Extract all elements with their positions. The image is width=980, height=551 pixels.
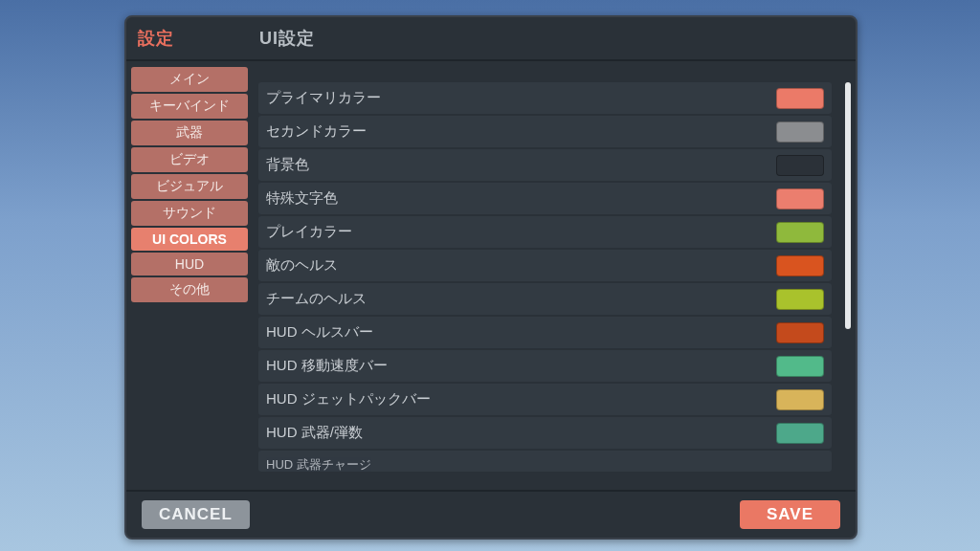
color-row-hud-weapon-charge: HUD 武器チャージ (258, 451, 832, 472)
sidebar-item-label: キーバインド (149, 98, 230, 113)
panel-title: UI設定 (248, 17, 856, 59)
color-row-label: 敵のヘルス (266, 256, 776, 275)
color-settings-list: プライマリカラー セカンドカラー 背景色 特殊文字色 プレイカラー (253, 61, 843, 490)
color-swatch[interactable] (776, 389, 824, 410)
cancel-button[interactable]: CANCEL (142, 500, 250, 529)
color-row-team-health: チームのヘルス (258, 283, 832, 315)
color-row-label: セカンドカラー (266, 122, 776, 141)
sidebar-item-weapons[interactable]: 武器 (131, 121, 248, 145)
color-swatch[interactable] (776, 322, 824, 343)
settings-footer: CANCEL SAVE (126, 490, 856, 538)
color-row-hud-health-bar: HUD ヘルスバー (258, 317, 832, 348)
color-row-secondary: セカンドカラー (258, 116, 832, 147)
color-swatch[interactable] (776, 356, 824, 377)
settings-sidebar: メイン キーバインド 武器 ビデオ ビジュアル サウンド UI COLORS H… (126, 61, 253, 490)
color-row-label: プライマリカラー (266, 89, 776, 107)
scrollbar[interactable] (845, 82, 851, 329)
sidebar-item-keybinds[interactable]: キーバインド (131, 94, 248, 119)
color-row-label: 特殊文字色 (266, 189, 776, 208)
sidebar-item-hud[interactable]: HUD (131, 253, 248, 276)
save-button-label: SAVE (767, 505, 813, 524)
color-swatch[interactable] (776, 222, 824, 243)
sidebar-item-label: ビデオ (169, 151, 210, 166)
color-row-label: チームのヘルス (266, 290, 776, 308)
sidebar-item-label: HUD (175, 256, 204, 272)
color-row-hud-jetpack-bar: HUD ジェットパックバー (258, 384, 832, 415)
sidebar-item-video[interactable]: ビデオ (131, 147, 248, 172)
sidebar-item-label: サウンド (163, 205, 216, 220)
color-swatch[interactable] (776, 289, 824, 310)
save-button[interactable]: SAVE (740, 500, 840, 529)
color-row-primary: プライマリカラー (258, 82, 832, 114)
sidebar-item-ui-colors[interactable]: UI COLORS (131, 228, 248, 251)
color-row-hud-speed-bar: HUD 移動速度バー (258, 350, 832, 382)
color-swatch[interactable] (776, 121, 824, 143)
sidebar-item-label: その他 (169, 281, 210, 297)
color-swatch[interactable] (776, 155, 824, 176)
sidebar-item-label: 武器 (176, 124, 203, 140)
color-row-enemy-health: 敵のヘルス (258, 250, 832, 281)
sidebar-item-sound[interactable]: サウンド (131, 201, 248, 226)
cancel-button-label: CANCEL (159, 505, 233, 524)
sidebar-item-other[interactable]: その他 (131, 277, 248, 302)
color-swatch[interactable] (776, 423, 824, 444)
color-row-label: 背景色 (266, 156, 776, 174)
color-row-label: HUD ジェットパックバー (266, 390, 776, 408)
color-swatch[interactable] (776, 88, 824, 109)
color-swatch[interactable] (776, 188, 824, 209)
settings-body: メイン キーバインド 武器 ビデオ ビジュアル サウンド UI COLORS H… (126, 61, 856, 490)
settings-title: 設定 (126, 17, 248, 59)
color-row-label: HUD 武器チャージ (266, 456, 824, 472)
sidebar-item-visual[interactable]: ビジュアル (131, 174, 248, 199)
settings-header: 設定 UI設定 (126, 17, 856, 61)
color-swatch[interactable] (776, 255, 824, 276)
color-row-special-text: 特殊文字色 (258, 183, 832, 214)
sidebar-item-label: メイン (169, 71, 210, 86)
color-row-label: プレイカラー (266, 223, 776, 241)
sidebar-item-main[interactable]: メイン (131, 67, 248, 92)
sidebar-item-label: UI COLORS (152, 231, 227, 247)
color-row-hud-weapon-ammo: HUD 武器/弾数 (258, 417, 832, 449)
color-row-label: HUD 武器/弾数 (266, 424, 776, 442)
sidebar-item-label: ビジュアル (156, 178, 223, 193)
color-row-background: 背景色 (258, 149, 832, 181)
content-wrap: プライマリカラー セカンドカラー 背景色 特殊文字色 プレイカラー (253, 61, 856, 490)
settings-window: 設定 UI設定 メイン キーバインド 武器 ビデオ ビジュアル サウンド UI … (124, 15, 858, 540)
color-row-player: プレイカラー (258, 216, 832, 248)
color-row-label: HUD ヘルスバー (266, 323, 776, 342)
color-row-label: HUD 移動速度バー (266, 357, 776, 375)
